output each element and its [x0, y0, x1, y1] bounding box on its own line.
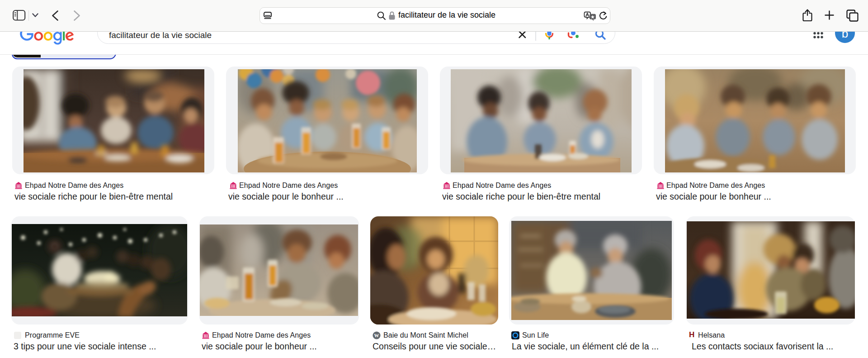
- svg-text:W: W: [374, 333, 379, 338]
